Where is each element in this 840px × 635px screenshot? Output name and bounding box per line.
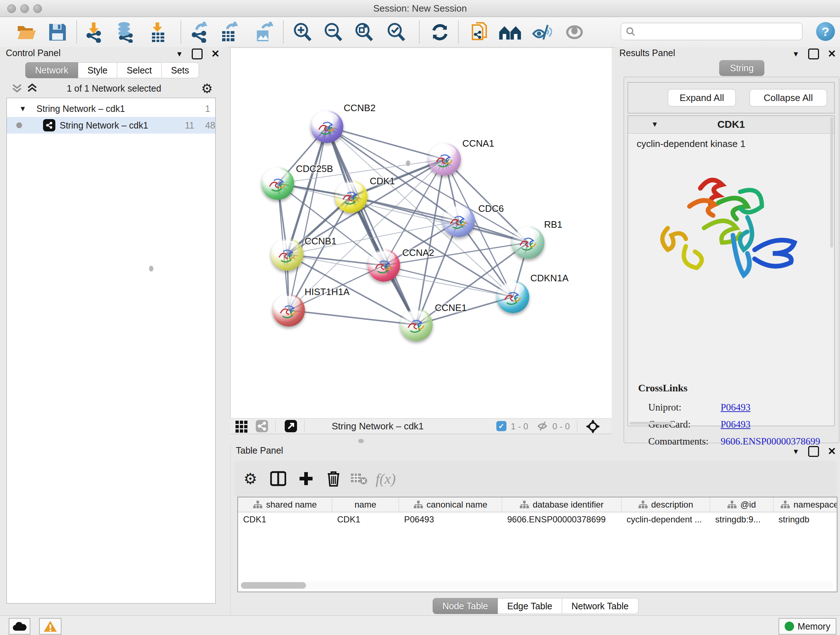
network-node-CDKN1A[interactable] <box>497 280 529 313</box>
table-cell[interactable]: cyclin-dependent ... <box>622 512 710 527</box>
column-namespace-icon <box>253 500 262 509</box>
import-network-from-file-button[interactable] <box>82 22 106 42</box>
network-node-CCNE1[interactable] <box>400 309 433 341</box>
import-network-from-database-button[interactable] <box>114 22 137 42</box>
control-panel-menu-icon[interactable]: ▼ <box>176 50 183 58</box>
zoom-in-button[interactable] <box>291 22 314 42</box>
hidden-eye-icon[interactable] <box>537 421 549 433</box>
open-in-new-window-icon[interactable] <box>285 420 297 434</box>
export-network-button[interactable] <box>188 22 212 42</box>
crosslink-value-link[interactable]: P06493 <box>721 402 751 413</box>
column-header-name[interactable]: name <box>332 497 399 512</box>
splitter-handle[interactable] <box>406 160 410 166</box>
export-table-button[interactable] <box>218 22 240 42</box>
first-neighbors-button[interactable] <box>499 22 522 42</box>
table-cell[interactable]: CDK1 <box>238 512 332 527</box>
table-cell[interactable]: 9606.ENSP00000378699 <box>502 512 622 527</box>
birds-eye-view-icon[interactable] <box>235 421 248 432</box>
table-panel-float-icon[interactable] <box>808 446 819 457</box>
network-node-CDC6[interactable] <box>442 204 475 237</box>
table-cell[interactable]: CDK1 <box>332 512 399 527</box>
tab-node-table[interactable]: Node Table <box>433 598 498 614</box>
column-header-description[interactable]: description <box>622 497 710 512</box>
expand-all-button[interactable]: Expand All <box>668 89 736 106</box>
table-cell[interactable]: stringdb:9... <box>710 512 774 527</box>
center-view-crosshair-icon[interactable] <box>586 419 600 435</box>
column-header-shared-name[interactable]: shared name <box>238 497 332 512</box>
hide-selected-button[interactable] <box>530 22 553 42</box>
window-title: Session: New Session <box>0 3 840 14</box>
show-columns-icon[interactable] <box>269 469 287 488</box>
table-cell[interactable]: P06493 <box>399 512 502 527</box>
memory-button[interactable]: Memory <box>778 618 836 635</box>
collapse-all-button[interactable]: Collapse All <box>750 89 827 106</box>
table-cell[interactable]: stringdb <box>774 512 837 527</box>
column-namespace-icon <box>780 500 790 509</box>
table-panel-close-icon[interactable]: ✕ <box>828 447 836 456</box>
tab-network-table[interactable]: Network Table <box>562 598 638 614</box>
tab-edge-table[interactable]: Edge Table <box>498 598 562 614</box>
entry-header[interactable]: ▼ CDK1 <box>628 116 834 134</box>
export-image-button[interactable] <box>252 22 275 42</box>
refresh-button[interactable] <box>428 22 452 42</box>
column-header-database-identifier[interactable]: database identifier <box>502 497 622 512</box>
network-node-CCNB2[interactable] <box>311 111 343 143</box>
function-builder-icon[interactable]: f(x) <box>376 469 395 488</box>
network-edge[interactable] <box>289 127 327 310</box>
network-options-gear-icon[interactable]: ⚙ <box>201 81 213 96</box>
control-panel-close-icon[interactable]: ✕ <box>211 50 219 58</box>
network-node-CCNA1[interactable] <box>428 143 461 176</box>
table-options-gear-icon[interactable]: ⚙ <box>241 469 260 488</box>
network-node-CDC25B[interactable] <box>262 167 294 200</box>
results-horizontal-scrollbar[interactable] <box>630 422 673 424</box>
zoom-out-button[interactable] <box>322 22 345 42</box>
network-node-CDK1[interactable] <box>335 180 368 213</box>
results-tab-string[interactable]: String <box>719 60 764 76</box>
splitter-handle[interactable] <box>149 266 153 272</box>
network-node-HIST1H1A[interactable] <box>272 294 305 326</box>
delete-table-icon[interactable] <box>349 469 368 488</box>
splitter-handle[interactable] <box>358 439 364 443</box>
warnings-button[interactable] <box>39 618 62 635</box>
copy-current-style-button[interactable] <box>469 22 492 42</box>
network-share-icon[interactable] <box>256 420 268 434</box>
tab-network[interactable]: Network <box>25 62 78 78</box>
results-panel-close-icon[interactable]: ✕ <box>828 50 836 58</box>
column-header-namespace[interactable]: namespace <box>774 497 837 512</box>
results-vertical-scrollbar[interactable] <box>830 117 833 248</box>
delete-column-trash-icon[interactable] <box>324 469 343 488</box>
network-edge[interactable] <box>289 310 416 325</box>
zoom-selected-button[interactable] <box>385 22 408 42</box>
column-header-canonical-name[interactable]: canonical name <box>399 497 502 512</box>
network-node-RB1[interactable] <box>512 226 545 259</box>
create-column-plus-icon[interactable] <box>297 469 316 488</box>
show-all-button[interactable] <box>563 22 586 42</box>
scrollbar-thumb[interactable] <box>241 582 306 589</box>
table-panel-menu-icon[interactable]: ▼ <box>792 448 799 456</box>
network-node-CCNA2[interactable] <box>368 249 400 282</box>
tab-select[interactable]: Select <box>117 62 161 78</box>
search-input[interactable] <box>636 24 802 39</box>
column-header-@id[interactable]: @id <box>710 497 774 512</box>
network-node-CCNB1[interactable] <box>271 238 303 271</box>
results-panel-float-icon[interactable] <box>808 49 819 59</box>
collection-expand-icon[interactable]: ▼ <box>19 105 27 113</box>
network-collection-row[interactable]: ▼ String Network – cdk1 1 <box>7 100 215 117</box>
tab-style[interactable]: Style <box>78 62 118 78</box>
crosslink-value-link[interactable]: P06493 <box>721 419 751 430</box>
control-panel-float-icon[interactable] <box>192 49 202 59</box>
application-window: Session: New Session <box>0 0 840 635</box>
table-row[interactable]: CDK1CDK1P064939606.ENSP00000378699cyclin… <box>238 512 837 527</box>
import-table-from-file-button[interactable] <box>146 22 169 42</box>
cloud-button[interactable] <box>9 618 30 635</box>
open-session-button[interactable] <box>15 22 38 42</box>
fit-content-button[interactable] <box>352 22 376 42</box>
network-view-canvas[interactable]: CCNB2CCNA1CDC25BCDK1CDC6RB1CCNB1CCNA2CDK… <box>231 48 612 418</box>
help-button[interactable]: ? <box>816 22 835 41</box>
selected-checkbox-icon[interactable]: ✓ <box>496 421 507 431</box>
table-horizontal-scrollbar[interactable] <box>240 581 834 589</box>
tab-sets[interactable]: Sets <box>162 62 199 78</box>
save-session-button[interactable] <box>46 22 69 42</box>
network-row[interactable]: String Network – cdk1 11 48 <box>7 117 215 134</box>
results-panel-menu-icon[interactable]: ▼ <box>792 50 799 58</box>
